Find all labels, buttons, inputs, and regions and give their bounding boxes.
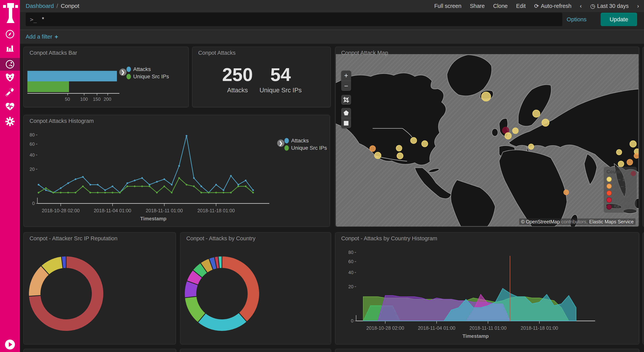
breadcrumb-separator: / (56, 3, 58, 9)
sidebar-item-management[interactable] (0, 115, 20, 128)
map-fit-control (341, 95, 351, 105)
bar-tick-label: 100 (80, 97, 88, 102)
map-legend-range: 30 – 44 (614, 190, 630, 196)
svg-text:2018-10-28 02:00: 2018-10-28 02:00 (366, 325, 404, 331)
clock-icon: ◷ (590, 3, 595, 10)
map-legend-dot (606, 177, 612, 182)
attack-bubble[interactable] (482, 92, 491, 101)
sidebar-item-visualize[interactable] (0, 42, 20, 54)
attack-bubble[interactable] (564, 190, 569, 195)
zoom-out-button[interactable]: − (341, 81, 351, 91)
world-map[interactable]: + − Count 2 (336, 54, 639, 227)
attack-bubble[interactable] (397, 153, 403, 159)
compass-icon (6, 30, 14, 39)
attack-bubble[interactable] (634, 153, 639, 158)
panel-title: Conpot Attacks Histogram (30, 118, 94, 124)
breadcrumb-dashboard[interactable]: Dashboard (26, 3, 54, 9)
attack-bubble[interactable] (542, 119, 549, 126)
attack-bubble[interactable] (370, 146, 376, 151)
legend-item[interactable]: Attacks (284, 138, 309, 144)
attack-bubble[interactable] (627, 159, 633, 165)
series-Attacks (38, 136, 253, 193)
attack-bubble[interactable] (505, 133, 511, 139)
svg-text:2018-11-04 01:00: 2018-11-04 01:00 (94, 208, 131, 213)
legend-label: Attacks (291, 138, 309, 144)
search-input[interactable]: >_ * (26, 13, 562, 26)
attribution-elastic[interactable]: Elastic Maps Service (589, 219, 634, 225)
time-forward-button[interactable]: › (637, 3, 639, 9)
bar-Unique Src IPs[interactable] (28, 81, 69, 92)
chevron-left-icon: ‹ (580, 3, 582, 9)
attack-bubble[interactable] (533, 110, 540, 117)
attack-bubble[interactable] (396, 145, 402, 151)
bar-tick (84, 93, 84, 95)
draw-rectangle-button[interactable] (341, 118, 351, 128)
update-button[interactable]: Update (601, 13, 637, 26)
clone-button[interactable]: Clone (493, 3, 508, 9)
svg-text:2018-11-18 01:00: 2018-11-18 01:00 (198, 208, 235, 213)
svg-text:40: 40 (348, 270, 354, 275)
panel-title: Conpot Attack Map (341, 50, 388, 56)
legend-item[interactable]: Attacks (126, 66, 151, 72)
breadcrumb-current: Conpot (61, 3, 79, 9)
zoom-in-button[interactable]: + (341, 71, 351, 81)
map-legend-title: Count (606, 169, 637, 175)
panel-attack-map: Conpot Attack Map (335, 47, 640, 227)
time-picker-button[interactable]: ◷ Last 30 days (590, 3, 629, 10)
attack-bubble[interactable] (374, 152, 381, 159)
attack-bubble[interactable] (616, 149, 622, 155)
plus-icon: + (55, 33, 58, 40)
svg-text:2018-11-18 01:00: 2018-11-18 01:00 (520, 325, 558, 331)
attack-bubble[interactable] (528, 144, 534, 149)
draw-polygon-button[interactable] (341, 108, 351, 118)
add-filter-button[interactable]: Add a filter+ (26, 30, 58, 43)
auto-refresh-button[interactable]: ⟳ Auto-refresh (534, 3, 572, 10)
wrench-icon (5, 88, 14, 97)
map-legend-item: 2 – 16 (606, 176, 637, 183)
panel-title: Conpot Attacks (198, 50, 236, 56)
gear-icon (5, 117, 14, 126)
svg-text:20: 20 (348, 284, 354, 289)
legend-toggle[interactable]: ❯ (277, 139, 284, 147)
telekom-logo[interactable] (3, 3, 18, 24)
attack-bubble[interactable] (410, 137, 417, 143)
map-legend-item: 16 – 30 (606, 183, 637, 190)
slice-United Kingdom[interactable] (222, 256, 260, 322)
sidebar-item-monitoring[interactable] (0, 100, 20, 113)
fullscreen-button[interactable]: Full screen (434, 3, 462, 9)
partial-panel (642, 47, 644, 227)
sidebar-item-timelion[interactable] (0, 71, 20, 84)
sidebar-item-collapse[interactable] (0, 338, 20, 351)
sidebar-item-dashboard[interactable] (0, 58, 20, 71)
attribution-osm[interactable]: © OpenStreetMap (521, 219, 560, 225)
slice-United States[interactable] (198, 313, 247, 331)
share-button[interactable]: Share (470, 3, 484, 9)
time-back-button[interactable]: ‹ (580, 3, 582, 9)
sidebar-item-discover[interactable] (0, 28, 20, 41)
filter-bar-row: Add a filter+ (20, 30, 644, 44)
fit-bounds-button[interactable] (341, 95, 351, 105)
metric-value: 250 (216, 65, 260, 84)
attack-bubble[interactable] (512, 128, 518, 134)
crop-icon (343, 97, 349, 103)
svg-text:80: 80 (348, 250, 354, 255)
attack-bubble[interactable] (422, 141, 428, 147)
legend-label: Unique Src IPs (133, 74, 169, 80)
legend-item[interactable]: Unique Src IPs (284, 145, 327, 151)
attack-bubble[interactable] (618, 161, 624, 167)
bar-x-axis (28, 93, 120, 94)
pentagon-icon (344, 110, 349, 116)
panel-src-ip-reputation: Conpot - Attacker Src IP Reputation ❯kno… (24, 232, 176, 344)
svg-text:Timestamp: Timestamp (140, 216, 166, 222)
options-button[interactable]: Options (567, 12, 586, 27)
bar-Attacks[interactable] (28, 71, 117, 81)
map-legend-dot (606, 197, 612, 203)
edit-button[interactable]: Edit (516, 3, 526, 9)
sidebar-item-dev-tools[interactable] (0, 86, 20, 98)
attack-bubble[interactable] (630, 141, 636, 147)
legend-item[interactable]: Unique Src IPs (126, 74, 169, 80)
country-histogram-chart: 0204060802018-10-28 02:002018-11-04 01:0… (336, 233, 639, 344)
bar-tick (97, 93, 97, 95)
svg-text:40: 40 (30, 152, 35, 157)
legend-toggle[interactable]: ❯ (119, 69, 126, 76)
